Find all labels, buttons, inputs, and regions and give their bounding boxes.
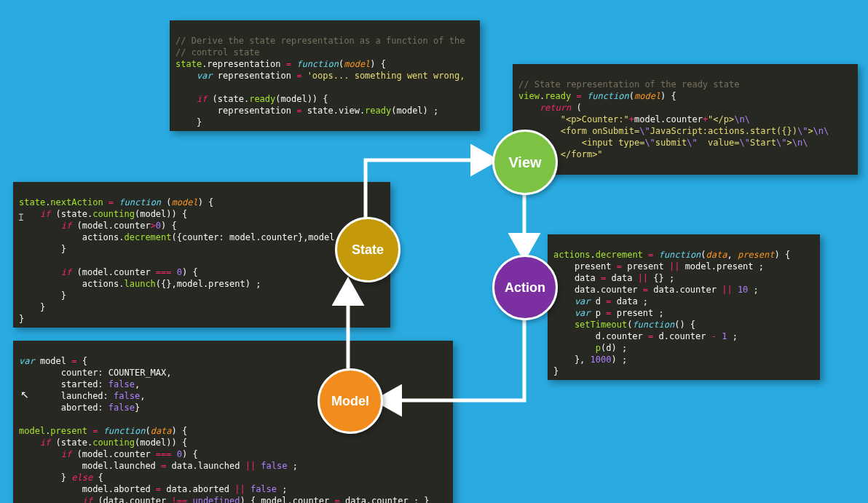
node-action: Action	[492, 255, 558, 320]
code-view-ready: // State representation of the ready sta…	[513, 64, 858, 175]
node-model: Model	[317, 368, 383, 434]
node-label: View	[508, 154, 541, 171]
node-label: Model	[331, 394, 369, 409]
text-cursor-icon: 𝙸	[17, 211, 25, 223]
code-model: var model = { counter: COUNTER_MAX, star…	[13, 341, 453, 503]
node-view: View	[492, 130, 558, 195]
node-state: State	[335, 217, 401, 282]
pointer-cursor-icon: ↖	[20, 389, 29, 400]
node-label: Action	[505, 280, 545, 296]
code-state-representation: // Derive the state representation as a …	[170, 20, 480, 131]
code-action-decrement: actions.decrement = function(data, prese…	[548, 234, 820, 380]
code-state-nextaction: state.nextAction = function (model) { if…	[13, 182, 390, 328]
node-label: State	[352, 242, 384, 258]
diagram-canvas: { "nodes": { "state": { "label": "State"…	[0, 0, 868, 503]
